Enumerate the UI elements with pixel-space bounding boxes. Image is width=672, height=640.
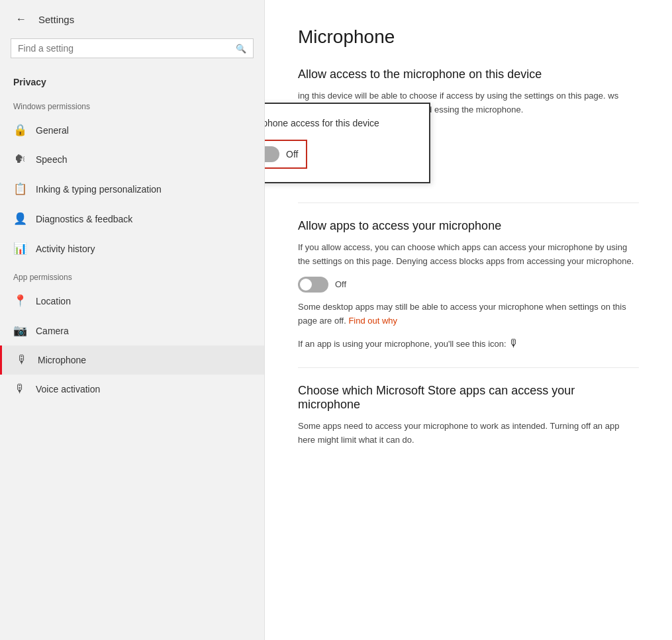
tooltip-title: Microphone access for this device [265,117,416,130]
sidebar-item-label: General [36,125,69,136]
sidebar-item-microphone[interactable]: 🎙 Microphone [0,345,264,375]
section1-heading: Allow access to the microphone on this d… [298,68,639,81]
section2-heading: Allow apps to access your microphone [298,219,639,233]
sidebar-header: ← Settings [0,0,264,38]
location-icon: 📍 [13,294,26,308]
sidebar: ← Settings 🔍 Privacy Windows permissions… [0,0,265,640]
speech-icon: 🗣 [13,153,26,166]
section2-icon-text: If an app is using your microphone, you'… [298,335,639,352]
sidebar-item-general[interactable]: 🔒 General [0,115,264,145]
sidebar-item-label: Location [36,296,71,306]
icon-text-content: If an app is using your microphone, you'… [298,339,506,349]
section3-heading: Choose which Microsoft Store apps can ac… [298,384,639,412]
tooltip-toggle-label: Off [286,149,298,160]
sidebar-item-speech[interactable]: 🗣 Speech [0,145,264,174]
sidebar-item-diagnostics[interactable]: 👤 Diagnostics & feedback [0,204,264,234]
sidebar-item-label: Camera [36,326,69,336]
divider2 [298,367,639,368]
section2-text: If you allow access, you can choose whic… [298,241,639,269]
tooltip-popup: Microphone access for this device Off [265,103,430,183]
sidebar-item-voice[interactable]: 🎙 Voice activation [0,375,264,404]
diagnostics-icon: 👤 [13,212,26,226]
search-box[interactable]: 🔍 [11,38,254,58]
privacy-label: Privacy [0,66,264,93]
inking-icon: 📋 [13,182,26,196]
back-button[interactable]: ← [13,11,29,28]
tooltip-toggle[interactable] [265,146,279,162]
lock-icon: 🔒 [13,123,26,137]
toggle2-label: Off [335,279,346,289]
search-input[interactable] [18,43,230,54]
activity-icon: 📊 [13,242,26,255]
tooltip-toggle-wrap: Off [265,140,307,169]
toggle2-row: Off [298,277,639,293]
sidebar-item-label: Microphone [38,355,86,365]
mic-inline-icon: 🎙 [508,338,519,349]
main-content: Microphone Allow access to the microphon… [265,0,672,640]
voice-icon: 🎙 [13,383,26,396]
sidebar-item-label: Activity history [36,244,95,254]
section2-note: Some desktop apps may still be able to a… [298,300,639,328]
windows-permissions-label: Windows permissions [0,93,264,115]
sidebar-item-camera[interactable]: 📷 Camera [0,316,264,345]
section3-text: Some apps need to access your microphone… [298,420,639,447]
find-out-why-link[interactable]: Find out why [348,316,397,326]
sidebar-title: Settings [38,14,74,25]
sidebar-item-label: Inking & typing personalization [36,184,162,195]
search-icon: 🔍 [236,44,246,54]
sidebar-item-label: Speech [36,154,67,165]
sidebar-item-label: Diagnostics & feedback [36,214,132,224]
sidebar-item-label: Voice activation [36,384,100,394]
section2-note-text: Some desktop apps may still be able to a… [298,302,626,326]
camera-icon: 📷 [13,324,26,338]
divider1 [298,203,639,203]
apps-microphone-toggle[interactable] [298,277,328,293]
microphone-icon: 🎙 [15,353,28,367]
sidebar-item-activity[interactable]: 📊 Activity history [0,234,264,263]
sidebar-item-inking[interactable]: 📋 Inking & typing personalization [0,174,264,204]
sidebar-item-location[interactable]: 📍 Location [0,286,264,316]
page-title: Microphone [298,26,639,48]
app-permissions-label: App permissions [0,263,264,286]
